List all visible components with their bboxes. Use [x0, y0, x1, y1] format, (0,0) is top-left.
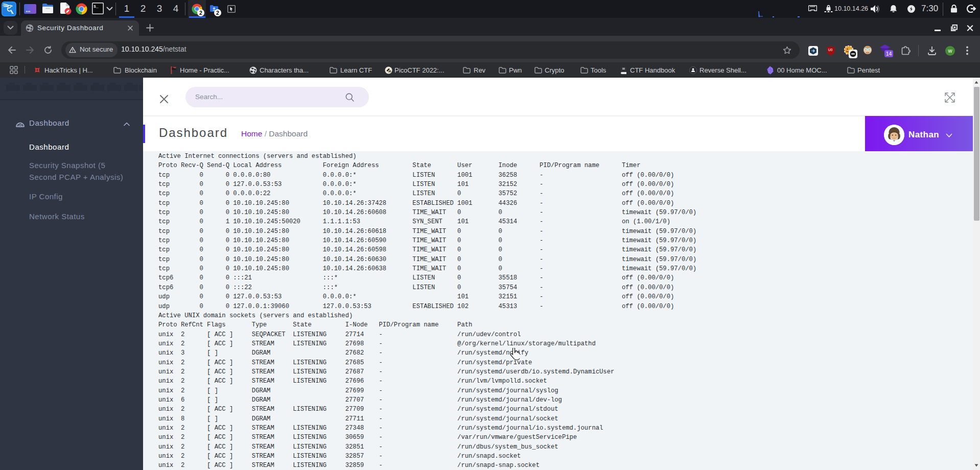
svg-text:U0: U0: [828, 48, 833, 52]
svg-text:$_: $_: [94, 4, 99, 9]
